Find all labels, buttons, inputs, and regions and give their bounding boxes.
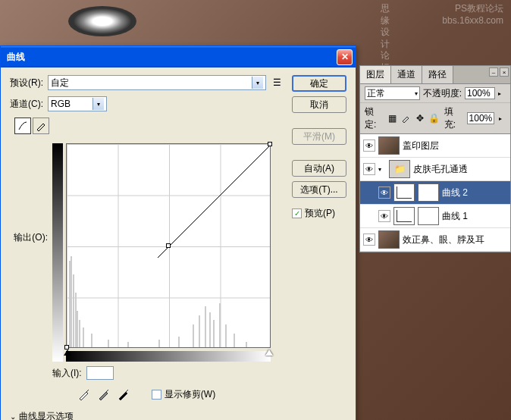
tab-channels[interactable]: 通道 <box>391 66 422 83</box>
expand-label: 曲线显示选项 <box>19 410 74 420</box>
layer-name: 曲线 1 <box>442 210 507 223</box>
layer-thumbnail <box>378 230 400 249</box>
histogram <box>67 256 270 347</box>
ok-button[interactable]: 确定 <box>292 75 346 92</box>
curve-icon <box>17 121 28 131</box>
lock-transparency-icon[interactable]: ▦ <box>387 113 397 124</box>
panel-close[interactable]: × <box>500 67 509 77</box>
curve-display-options-toggle[interactable]: ⌄ 曲线显示选项 <box>10 410 283 420</box>
chevron-down-icon: ▾ <box>92 98 104 110</box>
watermark-line: PS教程论坛 <box>442 3 503 15</box>
mask-thumbnail <box>418 207 439 225</box>
preset-select[interactable]: 自定 ▾ <box>48 75 266 90</box>
layer-item[interactable]: 👁 效正鼻、眼、脖及耳 <box>360 228 510 252</box>
visibility-toggle[interactable]: 👁 <box>363 163 375 175</box>
input-value-field[interactable] <box>86 366 114 380</box>
watermark-line: 思缘设计论坛 <box>381 3 390 74</box>
layer-name: 盖印图层 <box>403 139 507 152</box>
folder-toggle[interactable]: ▾ <box>378 166 386 173</box>
visibility-toggle[interactable]: 👁 <box>378 186 390 199</box>
curve-point-tool[interactable] <box>14 118 31 134</box>
fill-slider-toggle[interactable]: ▸ <box>499 115 506 122</box>
pencil-icon <box>36 121 46 131</box>
close-button[interactable]: ✕ <box>337 49 353 65</box>
dialog-title: 曲线 <box>4 51 337 64</box>
layer-name: 效正鼻、眼、脖及耳 <box>403 234 507 246</box>
layer-name: 曲线 2 <box>442 186 507 199</box>
close-icon: ✕ <box>341 52 349 62</box>
white-eyedropper[interactable] <box>117 387 130 401</box>
gray-eyedropper[interactable] <box>97 387 111 401</box>
adjustment-thumbnail <box>393 183 415 202</box>
folder-icon: 📁 <box>389 160 410 178</box>
show-clipping-checkbox[interactable] <box>152 390 161 400</box>
watermark-line: bbs.16xx8.com <box>442 15 503 27</box>
panel-tabs: 图层 通道 路径 – × <box>360 66 510 84</box>
black-eyedropper[interactable] <box>77 387 91 401</box>
dialog-titlebar[interactable]: 曲线 ✕ <box>1 46 356 67</box>
input-gradient <box>66 351 271 362</box>
watermark: 思缘设计论坛 PS教程论坛 bbs.16xx8.com <box>442 3 503 27</box>
curve-path <box>67 144 294 258</box>
fill-input[interactable]: 100% <box>467 112 495 124</box>
channel-value: RGB <box>51 99 71 109</box>
curve-draw-tool[interactable] <box>33 118 49 134</box>
preview-label: 预览(P) <box>305 207 335 220</box>
channel-label: 通道(C): <box>10 98 43 111</box>
preset-menu-button[interactable]: ☰ <box>271 77 283 89</box>
visibility-toggle[interactable]: 👁 <box>363 234 375 246</box>
lock-label: 锁定: <box>365 105 383 131</box>
adjustment-thumbnail <box>393 207 415 225</box>
black-point-slider[interactable] <box>64 349 71 356</box>
layer-name: 皮肤毛孔通透 <box>413 163 507 176</box>
layer-item[interactable]: 👁 盖印图层 <box>360 134 510 158</box>
show-clipping-label: 显示修剪(W) <box>165 388 215 401</box>
visibility-toggle[interactable]: 👁 <box>363 139 375 152</box>
curve-point[interactable] <box>268 142 272 146</box>
layers-panel: 图层 通道 路径 – × 正常 ▾ 不透明度: 100% ▸ 锁定: ▦ ✥ 🔒… <box>359 65 511 252</box>
tab-paths[interactable]: 路径 <box>422 66 453 83</box>
white-point-slider[interactable] <box>265 349 273 356</box>
output-gradient <box>52 143 63 362</box>
input-label: 输入(I): <box>52 367 82 380</box>
channel-select[interactable]: RGB ▾ <box>48 96 107 111</box>
layer-thumbnail <box>378 136 400 155</box>
blend-mode-select[interactable]: 正常 ▾ <box>365 86 420 100</box>
chevron-down-icon: ⌄ <box>10 412 16 420</box>
tab-layers[interactable]: 图层 <box>360 66 391 83</box>
lock-all-icon[interactable]: 🔒 <box>429 113 440 124</box>
fill-label: 填充: <box>444 105 462 131</box>
preset-value: 自定 <box>51 77 69 89</box>
auto-button[interactable]: 自动(A) <box>292 160 346 177</box>
lock-paint-icon[interactable] <box>401 113 410 124</box>
cancel-button[interactable]: 取消 <box>292 96 346 113</box>
visibility-toggle[interactable]: 👁 <box>378 210 390 222</box>
opacity-slider-toggle[interactable]: ▸ <box>498 90 506 97</box>
curve-point[interactable] <box>166 243 171 248</box>
preset-label: 预设(R): <box>10 77 43 89</box>
layer-item[interactable]: 👁 曲线 2 <box>360 181 510 205</box>
options-button[interactable]: 选项(T)... <box>292 181 346 198</box>
curve-editor[interactable] <box>66 143 271 348</box>
chevron-down-icon: ▾ <box>252 77 263 89</box>
layer-item[interactable]: 👁 曲线 1 <box>360 205 510 228</box>
curves-dialog: 曲线 ✕ 预设(R): 自定 ▾ ☰ 通道(C): RGB ▾ <box>0 45 356 420</box>
smooth-button: 平滑(M) <box>292 128 346 145</box>
svg-line-0 <box>67 144 271 258</box>
lock-move-icon[interactable]: ✥ <box>415 113 424 124</box>
photo-eye-detail <box>68 6 136 36</box>
layer-item[interactable]: 👁 ▾ 📁 皮肤毛孔通透 <box>360 158 510 181</box>
layer-list: 👁 盖印图层 👁 ▾ 📁 皮肤毛孔通透 👁 曲线 2 👁 曲线 1 👁 效正鼻、… <box>360 134 510 252</box>
opacity-label: 不透明度: <box>423 87 462 100</box>
opacity-input[interactable]: 100% <box>465 87 495 99</box>
chevron-down-icon: ▾ <box>415 90 418 97</box>
mask-thumbnail <box>418 183 439 202</box>
panel-minimize[interactable]: – <box>489 67 498 77</box>
output-label: 输出(O): <box>10 140 48 244</box>
